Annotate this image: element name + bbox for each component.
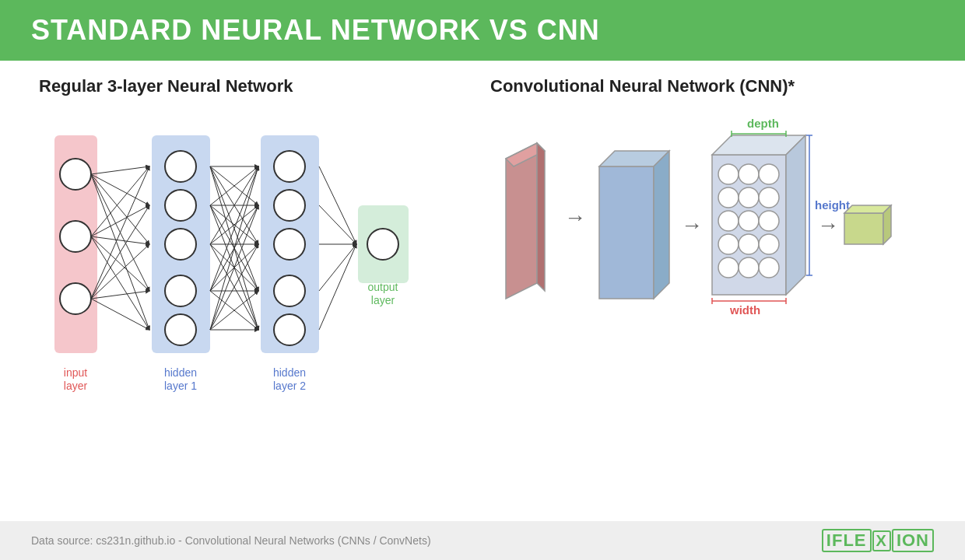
- svg-point-62: [367, 229, 398, 260]
- svg-line-11: [91, 236, 149, 244]
- svg-text:→: →: [817, 213, 839, 237]
- svg-point-59: [274, 229, 305, 260]
- svg-point-96: [759, 257, 779, 278]
- footer-source: Data source: cs231n.github.io - Convolut…: [31, 534, 431, 547]
- svg-point-49: [60, 159, 91, 190]
- svg-line-18: [91, 299, 149, 330]
- svg-text:layer 2: layer 2: [273, 380, 306, 392]
- svg-text:input: input: [64, 366, 87, 379]
- header: STANDARD NEURAL NETWORK VS CNN: [0, 0, 965, 61]
- left-panel-title: Regular 3-layer Neural Network: [39, 76, 293, 96]
- logo-box: X: [872, 530, 891, 551]
- svg-point-54: [165, 229, 196, 260]
- svg-point-88: [718, 211, 739, 231]
- svg-point-61: [274, 314, 305, 345]
- svg-marker-73: [537, 143, 545, 291]
- svg-text:height: height: [815, 198, 850, 212]
- svg-text:width: width: [729, 303, 760, 317]
- svg-line-17: [91, 291, 149, 299]
- footer-logo: IFLEXION: [822, 529, 934, 552]
- footer: Data source: cs231n.github.io - Convolut…: [0, 521, 965, 560]
- svg-marker-71: [506, 143, 537, 299]
- svg-point-56: [165, 314, 196, 345]
- svg-marker-110: [844, 213, 883, 244]
- svg-text:depth: depth: [747, 117, 779, 130]
- logo-suffix: ION: [892, 529, 934, 552]
- svg-line-44: [319, 166, 356, 244]
- svg-text:→: →: [564, 205, 586, 229]
- left-panel: Regular 3-layer Neural Network: [31, 76, 482, 504]
- page-title: STANDARD NEURAL NETWORK VS CNN: [31, 14, 600, 47]
- svg-point-55: [165, 275, 196, 306]
- svg-point-93: [759, 234, 779, 254]
- svg-text:layer: layer: [64, 380, 88, 392]
- svg-text:→: →: [681, 213, 703, 237]
- svg-point-94: [718, 257, 739, 278]
- svg-line-45: [319, 205, 356, 244]
- svg-point-82: [718, 164, 739, 184]
- svg-line-4: [91, 166, 149, 174]
- svg-point-83: [739, 164, 759, 184]
- svg-point-95: [739, 257, 759, 278]
- svg-point-53: [165, 190, 196, 221]
- svg-point-57: [274, 151, 305, 182]
- svg-text:hidden: hidden: [164, 366, 197, 379]
- svg-line-48: [319, 244, 356, 330]
- svg-line-5: [91, 174, 149, 205]
- svg-point-50: [60, 221, 91, 252]
- svg-point-58: [274, 190, 305, 221]
- cnn-diagram: → →: [482, 112, 934, 400]
- svg-point-52: [165, 151, 196, 182]
- svg-line-14: [91, 166, 149, 299]
- svg-point-86: [739, 187, 759, 208]
- svg-point-60: [274, 275, 305, 306]
- svg-point-92: [739, 234, 759, 254]
- svg-line-9: [91, 166, 149, 236]
- logo-prefix: IFLE: [822, 529, 872, 552]
- svg-point-84: [759, 164, 779, 184]
- right-panel-title: Convolutional Neural Network (CNN)*: [490, 76, 795, 96]
- svg-line-47: [319, 244, 356, 291]
- svg-text:layer 1: layer 1: [164, 380, 197, 392]
- svg-point-89: [739, 211, 759, 231]
- nn-diagram: input layer hidden layer 1 hidden layer …: [31, 112, 436, 400]
- svg-point-51: [60, 283, 91, 314]
- svg-point-90: [759, 211, 779, 231]
- svg-marker-112: [883, 205, 891, 244]
- svg-marker-81: [786, 135, 805, 295]
- svg-point-85: [718, 187, 739, 208]
- svg-point-87: [759, 187, 779, 208]
- main-content: Regular 3-layer Neural Network: [0, 61, 965, 512]
- svg-text:layer: layer: [371, 294, 395, 306]
- right-panel: Convolutional Neural Network (CNN)* → →: [482, 76, 934, 504]
- svg-text:hidden: hidden: [273, 366, 306, 379]
- svg-marker-77: [654, 151, 669, 299]
- svg-marker-75: [599, 166, 654, 299]
- svg-line-6: [91, 174, 149, 244]
- svg-text:output: output: [368, 281, 398, 293]
- svg-point-91: [718, 234, 739, 254]
